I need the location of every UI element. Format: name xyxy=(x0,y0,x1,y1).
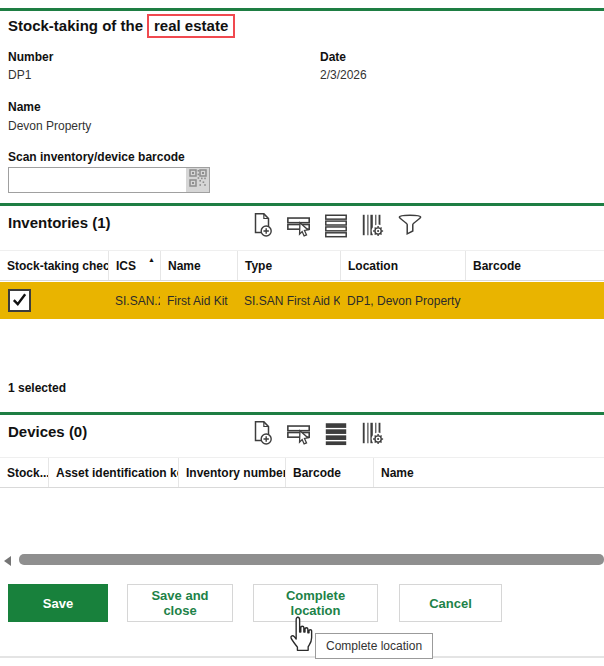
inventories-toolbar xyxy=(248,212,424,240)
complete-location-button[interactable]: Complete location xyxy=(253,584,378,622)
inventories-section-title: Inventories (1) xyxy=(8,214,111,231)
devices-table-header: Stock... Asset identification key▲ Inven… xyxy=(0,457,604,488)
devices-col-name[interactable]: Name xyxy=(373,458,604,487)
barcode-settings-icon xyxy=(360,212,386,241)
page-title-highlight: real estate xyxy=(147,14,235,38)
cancel-button[interactable]: Cancel xyxy=(399,584,502,622)
name-cell: First Aid Kit xyxy=(160,294,237,308)
sort-asc-icon: ▲ xyxy=(148,256,155,263)
number-value: DP1 xyxy=(8,68,31,82)
top-divider xyxy=(0,8,604,11)
number-label: Number xyxy=(8,50,53,64)
inventories-col-ics[interactable]: ICS▲ xyxy=(108,251,160,280)
filter-button[interactable] xyxy=(396,212,424,240)
row-layout-button[interactable] xyxy=(322,212,350,240)
scroll-left-icon[interactable] xyxy=(4,556,11,566)
scrollbar-thumb[interactable] xyxy=(19,554,604,565)
add-record-button[interactable] xyxy=(248,212,276,240)
inventories-col-location[interactable]: Location xyxy=(340,251,465,280)
date-value: 2/3/2026 xyxy=(320,68,367,82)
stock-taking-check-cell xyxy=(0,289,108,312)
inventory-row-selected[interactable]: SI.SAN.2 First Aid Kit SI.SAN First Aid … xyxy=(0,282,604,319)
location-cell: DP1, Devon Property xyxy=(340,294,465,308)
complete-location-tooltip: Complete location xyxy=(315,633,433,659)
scan-qr-button[interactable] xyxy=(186,168,209,192)
date-label: Date xyxy=(320,50,346,64)
row-layout-icon xyxy=(323,212,349,241)
devices-col-barcode[interactable]: Barcode xyxy=(285,458,373,487)
add-record-button[interactable] xyxy=(248,420,276,448)
select-rows-button[interactable] xyxy=(285,420,313,448)
qr-code-icon xyxy=(189,169,207,191)
devices-col-stock[interactable]: Stock... xyxy=(0,458,48,487)
devices-col-inventory-number[interactable]: Inventory number xyxy=(178,458,285,487)
devices-toolbar xyxy=(248,420,387,448)
select-rows-icon xyxy=(286,420,312,449)
ics-cell: SI.SAN.2 xyxy=(108,294,160,308)
barcode-settings-button[interactable] xyxy=(359,212,387,240)
inventories-col-stock-taking-check[interactable]: Stock-taking check xyxy=(0,251,108,280)
filter-icon xyxy=(397,212,423,241)
row-layout-button[interactable] xyxy=(322,420,350,448)
name-value: Devon Property xyxy=(8,119,91,133)
save-and-close-button[interactable]: Save and close xyxy=(127,584,233,622)
inventories-col-barcode[interactable]: Barcode xyxy=(465,251,604,280)
bottom-divider xyxy=(0,656,604,658)
add-record-icon xyxy=(249,212,275,241)
page-title: Stock-taking of thereal estate xyxy=(8,14,235,38)
inventories-divider xyxy=(0,203,604,206)
row-layout-filled-icon xyxy=(323,420,349,449)
devices-divider xyxy=(0,412,604,415)
name-label: Name xyxy=(8,100,41,114)
horizontal-scrollbar[interactable] xyxy=(0,553,604,569)
inventories-col-name[interactable]: Name xyxy=(160,251,237,280)
inventories-col-type[interactable]: Type xyxy=(237,251,340,280)
barcode-input[interactable] xyxy=(9,168,186,192)
scan-barcode-field xyxy=(8,167,210,193)
inventories-table-header: Stock-taking check ICS▲ Name Type Locati… xyxy=(0,250,604,281)
barcode-settings-icon xyxy=(360,420,386,449)
scan-barcode-label: Scan inventory/device barcode xyxy=(8,150,185,164)
selected-count: 1 selected xyxy=(8,381,66,395)
select-rows-icon xyxy=(286,212,312,241)
save-button[interactable]: Save xyxy=(8,584,108,622)
type-cell: SI.SAN First Aid Kit xyxy=(237,294,340,308)
barcode-settings-button[interactable] xyxy=(359,420,387,448)
select-rows-button[interactable] xyxy=(285,212,313,240)
devices-section-title: Devices (0) xyxy=(8,423,87,440)
devices-col-asset-key[interactable]: Asset identification key▲ xyxy=(48,458,178,487)
checkmark-icon xyxy=(11,291,28,311)
add-record-icon xyxy=(249,420,275,449)
page-title-prefix: Stock-taking of the xyxy=(8,17,143,34)
row-checkbox[interactable] xyxy=(8,289,31,312)
